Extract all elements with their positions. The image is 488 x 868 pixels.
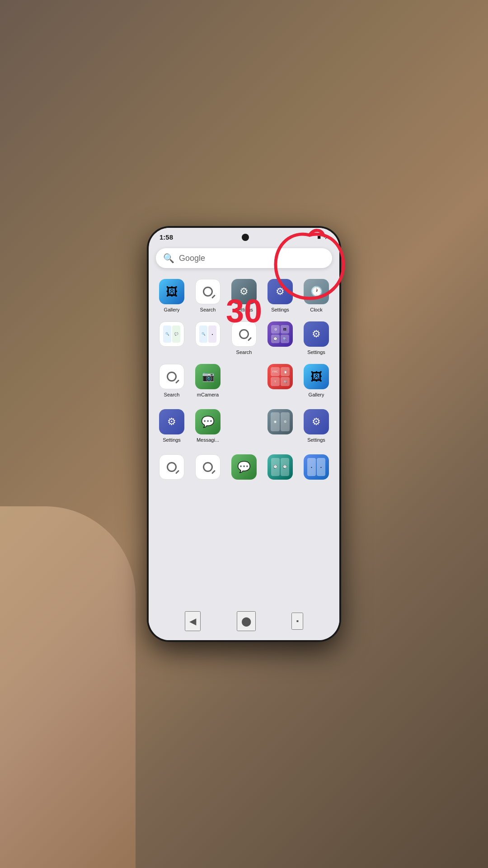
app-gallery-1[interactable]: 🖼 Gallery	[156, 279, 188, 312]
empty-slot-2	[228, 409, 260, 445]
fbc-icon: FRC 📋 T 🔍	[267, 364, 293, 389]
app-gallery-2[interactable]: 🖼 Gallery	[300, 364, 332, 400]
app-row-3: Search 📷 mCamera FRC 📋 T �	[156, 364, 332, 400]
app-settings-3[interactable]: ⚙ Settings	[300, 321, 332, 355]
navigation-bar: ◀ ⬤ ▪	[149, 605, 339, 640]
app-settings-4[interactable]: ⚙ Settings	[156, 409, 188, 445]
app-search-5[interactable]	[192, 454, 224, 482]
app-label-gallery-1: Gallery	[164, 307, 180, 312]
camera-notch	[242, 234, 249, 241]
mcamera-icon: 📷	[195, 364, 221, 389]
video-icon: ▪ ▪	[304, 454, 329, 480]
app-label-mcamera: mCamera	[197, 392, 219, 397]
app-label-gallery-2: Gallery	[309, 392, 324, 397]
messaging-icon: 💬	[195, 409, 221, 434]
app-search-2[interactable]: Search	[228, 321, 260, 355]
search-icon-1	[195, 279, 221, 304]
app-label-settings-5: Settings	[307, 437, 325, 443]
search-icon-2	[231, 321, 257, 347]
app-search-3[interactable]: Search	[156, 364, 188, 400]
app-dualsim[interactable]: 💬 💬	[264, 454, 296, 482]
app-row-2: 🔍 💬 🔍 ▪	[156, 321, 332, 355]
home-button[interactable]: ⬤	[237, 611, 256, 631]
status-time: 1:58	[160, 233, 173, 241]
app-label-search-3: Search	[164, 392, 180, 397]
app-fbc[interactable]: FRC 📋 T 🔍	[264, 364, 296, 400]
app-mcamera[interactable]: 📷 mCamera	[192, 364, 224, 400]
folder-icon-1: 🔍 💬	[159, 321, 184, 347]
recents-button[interactable]: ▪	[291, 613, 303, 630]
search-icon-3	[159, 364, 184, 389]
google-search-icon: 🔍	[163, 253, 174, 264]
google-search-text: Google	[179, 254, 325, 263]
app-row-1: 30 🖼 Gallery Search ⚙	[156, 279, 332, 312]
app-row-4: ⚙ Settings 💬 Messagi... ◉ ⚙	[156, 409, 332, 445]
app-grid: 30 🖼 Gallery Search ⚙	[149, 275, 339, 605]
settings-icon-3: ⚙	[304, 321, 329, 347]
app-label-settings-2: Settings	[271, 307, 289, 312]
settings-icon-5: ⚙	[304, 409, 329, 434]
search-icon-5	[195, 454, 221, 480]
airplane-icon: ✈	[324, 234, 328, 241]
settings-icon-4: ⚙	[159, 409, 184, 434]
app-label-settings-4: Settings	[163, 437, 181, 443]
sms-icon: 💬	[231, 454, 257, 480]
app-search-1[interactable]: Search	[192, 279, 224, 312]
app-label-messaging: Messagi...	[197, 437, 219, 443]
app-folder-3[interactable]: ⚙ 🖼 💬 🔍	[264, 321, 296, 355]
status-bar: 1:58 ■ ✈	[149, 228, 339, 245]
app-sms[interactable]: 💬	[228, 454, 260, 482]
app-settings-1[interactable]: ⚙ Settings	[228, 279, 260, 312]
sim-icon: ■	[317, 234, 321, 241]
duo-icon: ◉ ⚙	[267, 409, 293, 434]
search-icon-4	[159, 454, 184, 480]
app-settings-5[interactable]: ⚙ Settings	[300, 409, 332, 445]
settings-icon-1: ⚙	[231, 279, 257, 304]
dualsim-icon: 💬 💬	[267, 454, 293, 480]
app-settings-2[interactable]: ⚙ Settings	[264, 279, 296, 312]
clock-icon-1: 🕐	[304, 279, 329, 304]
phone-device: 1:58 ■ ✈ 🔍 Google 30 🖼	[147, 226, 341, 642]
back-button[interactable]: ◀	[185, 611, 201, 631]
phone-screen: 1:58 ■ ✈ 🔍 Google 30 🖼	[149, 228, 339, 640]
app-label-search-2: Search	[236, 349, 252, 355]
app-folder-1[interactable]: 🔍 💬	[156, 321, 188, 355]
gallery-icon-1: 🖼	[159, 279, 184, 304]
app-clock-1[interactable]: 🕐 Clock	[300, 279, 332, 312]
google-search-bar[interactable]: 🔍 Google	[156, 248, 332, 268]
app-messaging[interactable]: 💬 Messagi...	[192, 409, 224, 445]
app-folder-2[interactable]: 🔍 ▪	[192, 321, 224, 355]
app-row-5: 💬 💬 💬 ▪	[156, 454, 332, 482]
search-bar-container[interactable]: 🔍 Google	[149, 245, 339, 275]
empty-slot-1	[228, 364, 260, 400]
app-search-4[interactable]	[156, 454, 188, 482]
folder-icon-3: ⚙ 🖼 💬 🔍	[267, 321, 293, 347]
app-label-search-1: Search	[200, 307, 216, 312]
app-label-clock-1: Clock	[310, 307, 323, 312]
app-label-settings-1: Settings	[235, 307, 253, 312]
settings-icon-2: ⚙	[267, 279, 293, 304]
hand-background	[0, 506, 136, 868]
folder-icon-2: 🔍 ▪	[195, 321, 221, 347]
status-icons: ■ ✈	[317, 234, 328, 241]
app-video[interactable]: ▪ ▪	[300, 454, 332, 482]
app-label-settings-3: Settings	[307, 349, 325, 355]
app-duo[interactable]: ◉ ⚙	[264, 409, 296, 445]
gallery-icon-2: 🖼	[304, 364, 329, 389]
